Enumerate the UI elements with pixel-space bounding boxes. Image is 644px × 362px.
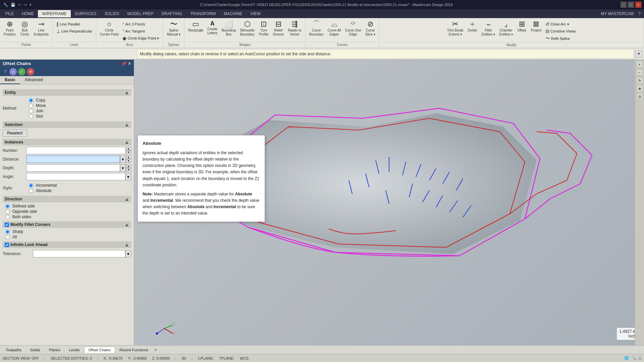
tab-view[interactable]: VIEW [246,10,265,17]
depth-dropdown-btn[interactable]: ▾ [120,164,126,172]
panel-tab-basic[interactable]: Basic [0,76,20,84]
method-copy-radio[interactable] [29,98,33,103]
view-fit-btn[interactable]: ⊡ [636,93,643,100]
tab-surfaces[interactable]: SURFACES [71,10,101,17]
fillet-all-radio[interactable] [5,235,10,239]
close-button[interactable]: ✕ [635,2,641,8]
panel-ok-blue-button[interactable]: ✓ [9,68,17,75]
entity-section-header[interactable]: Entity ▲ [3,89,131,96]
ribbon-btn-bounding-box[interactable]: ⬜ BoundingBox [220,19,237,38]
method-join-radio[interactable] [29,109,33,113]
btab-solids[interactable]: Solids [26,347,45,353]
tolerance-input[interactable]: 0.001 [33,250,125,257]
ribbon-btn-divide[interactable]: ÷ Divide [466,19,479,34]
depth-input[interactable]: 0.0 [26,164,120,172]
tolerance-dropdown-btn[interactable]: ▾ [125,250,131,257]
btab-levels[interactable]: Levels [65,347,84,353]
direction-both-radio[interactable] [5,215,10,219]
panel-tab-advanced[interactable]: Advanced [20,76,47,84]
ribbon-btn-line-parallel[interactable]: ∥ Line Parallel [55,21,94,27]
btab-recent-functions[interactable]: Recent Functions [115,347,153,353]
tab-modelprep[interactable]: MODEL PREP [123,10,157,17]
panel-cancel-button[interactable]: ✕ [27,68,34,75]
infinite-look-ahead-header[interactable]: Infinite Look Ahead ▲ [3,241,131,248]
quick-access-undo[interactable]: ↩ [17,3,22,7]
modify-fillet-checkbox[interactable] [5,223,9,227]
distance-input[interactable]: 0.5 [26,156,120,163]
depth-up-arrow[interactable]: ▲ [126,164,131,168]
quick-access-more[interactable]: ▾ [29,3,32,7]
view-pan-btn[interactable]: ⊕ [636,85,643,92]
instances-section-header[interactable]: Instances ▲ [3,139,131,145]
tab-home[interactable]: HOME [18,10,38,17]
distance-down-arrow[interactable]: ▼ [126,159,131,163]
angle-input[interactable]: 0.0 [26,173,125,180]
ribbon-btn-turn-profile[interactable]: ⊡ TurnProfile [257,19,270,38]
modify-fillet-section-header[interactable]: Modify Fillet Corners ▲ [3,221,131,228]
reselect-button[interactable]: Reselect [3,129,27,137]
ribbon-btn-circle-center-point[interactable]: ○ CircleCenter Point [98,19,120,38]
btab-toolpaths[interactable]: Toolpaths [1,347,26,353]
ribbon-btn-curve-slice[interactable]: ⊘ CurveSlice ▾ [364,19,377,38]
number-up-arrow[interactable]: ▲ [126,147,131,150]
angle-dropdown-btn[interactable]: ▾ [125,173,131,180]
infinite-look-ahead-checkbox[interactable] [5,243,9,247]
ribbon-btn-silhouette-boundary[interactable]: ⬡ SilhouetteBoundary [238,19,256,38]
ribbon-btn-chamfer-entities[interactable]: ⌟ ChamferEntities ▾ [497,19,515,38]
message-bar-close-btn[interactable]: ✕ [635,50,643,58]
distance-up-arrow[interactable]: ▲ [126,156,131,159]
panel-ok-green-button[interactable]: ✓ [18,68,25,75]
btab-add-button[interactable]: + [153,347,159,353]
statusbar-display-btn[interactable]: □ [639,356,641,360]
tab-machine[interactable]: MACHINE [220,10,246,17]
viewport[interactable]: Y X 1.4927 in Inch Absolute Ignores actu… [134,60,644,345]
ribbon-btn-refit-spline[interactable]: 〜 Refit Spline [544,35,578,42]
quick-access-save[interactable]: 💾 [10,3,16,7]
quick-access-redo[interactable]: ↪ [23,3,28,7]
view-rotate-btn[interactable]: ↻ [636,77,643,84]
number-input[interactable]: 1 [26,147,126,154]
ribbon-btn-create-letters[interactable]: A CreateLetters [206,19,219,36]
tab-solids[interactable]: SOLIDS [100,10,123,17]
view-zoom-out-btn[interactable]: − [636,69,643,76]
minimize-button[interactable]: − [621,2,627,8]
ribbon-btn-arc-3-points[interactable]: ◜ Arc 3 Points [121,21,161,27]
ribbon-btn-arc-tangent[interactable]: ◝ Arc Tangent [121,28,161,35]
depth-down-arrow[interactable]: ▼ [126,168,131,172]
method-move-radio[interactable] [29,104,33,108]
method-slot-radio[interactable] [29,114,33,119]
ribbon-btn-line-endpoints[interactable]: ⊸ LineEndpoints [32,19,50,38]
fillet-sharp-radio[interactable] [5,230,10,234]
ribbon-btn-curve-boundary[interactable]: ⌒ CurveBoundary [308,19,325,38]
ribbon-btn-rectangle[interactable]: ▭ Rectangle [186,19,205,34]
tab-transform[interactable]: TRANSFORM [186,10,220,17]
direction-defined-radio[interactable] [5,204,10,208]
ribbon-btn-fillet-entities[interactable]: ⌣ FilletEntities ▾ [480,19,497,38]
view-zoom-in-btn[interactable]: + [636,61,643,68]
my-mastercam-label[interactable]: MY MASTERCAM [598,10,637,17]
ribbon-btn-raster-to-vector[interactable]: ⇶ Raster toVector [286,19,303,38]
tab-wireframe[interactable]: WIREFRAME [38,10,70,17]
ribbon-btn-line-perpendicular[interactable]: ⊥ Line Perpendicular [55,28,94,35]
ribbon-btn-curve-one-edge[interactable]: ⌔ Curve OneEdge [343,19,363,38]
statusbar-globe-btn[interactable]: 🌐 [624,356,629,360]
btab-planes[interactable]: Planes [45,347,65,353]
statusbar-zoom-btn[interactable]: 🔍 [632,356,636,360]
panel-close-icon[interactable]: ✕ [128,61,131,66]
style-absolute-radio[interactable] [29,189,33,193]
ribbon-btn-point-position[interactable]: ⊕ PointPosition [2,19,17,38]
number-down-arrow[interactable]: ▼ [126,150,131,154]
direction-opposite-radio[interactable] [5,209,10,214]
ribbon-btn-close-arc[interactable]: ↺ Close Arc ▾ [544,21,578,27]
selection-section-header[interactable]: Selection ▲ [3,121,131,128]
panel-help-button[interactable]: ? [3,68,8,75]
style-incremental-radio[interactable] [29,183,33,188]
ribbon-btn-combine-views[interactable]: ⊟ Combine Views [544,28,578,35]
ribbon-btn-bolt-circle[interactable]: ◎ BoltCircle [18,19,32,38]
ribbon-btn-project[interactable]: ⊠ Project [529,19,543,34]
tab-file[interactable]: FILE [1,10,18,17]
ribbon-btn-spline-manual[interactable]: 〜 SplineManual ▾ [165,19,182,38]
ribbon-btn-trim-break-extend[interactable]: ✂ Trim BreakExtend ▾ [445,19,465,38]
ribbon-btn-offset[interactable]: ⊞ Offset [515,19,529,34]
ribbon-btn-circle-edge-point[interactable]: ◉ Circle Edge Point ▾ [121,35,161,42]
